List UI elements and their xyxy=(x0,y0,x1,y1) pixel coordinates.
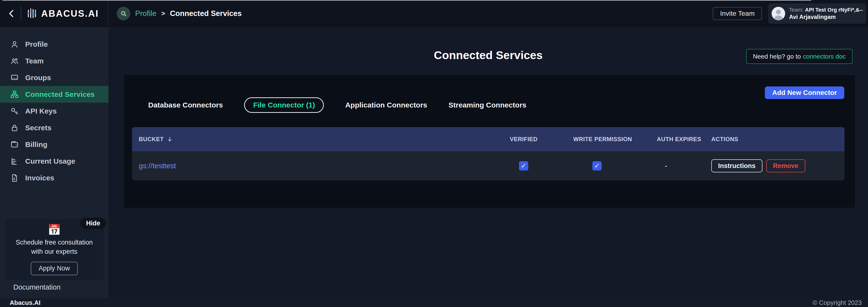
invite-team-button[interactable]: Invite Team xyxy=(713,7,762,20)
add-new-connector-button[interactable]: Add New Connector xyxy=(765,86,844,99)
sidebar-item-invoices[interactable]: $ Invoices xyxy=(0,170,108,186)
promo-text: Schedule free consultation with our expe… xyxy=(11,238,97,256)
top-edge-line xyxy=(2,0,811,1)
check-icon: ✓ xyxy=(594,162,600,170)
column-header-bucket: BUCKET xyxy=(139,136,173,143)
hide-promo-button[interactable]: Hide xyxy=(80,218,106,229)
key-icon xyxy=(10,107,19,116)
documentation-link[interactable]: Documentation xyxy=(13,283,61,291)
breadcrumb-separator: > xyxy=(161,10,165,18)
check-icon: ✓ xyxy=(521,162,527,170)
table-header: BUCKET VERIFIED WRITE PERMISSION AUTH EX… xyxy=(132,127,844,151)
search-button[interactable] xyxy=(117,7,130,20)
connectors-doc-link[interactable]: connectors doc xyxy=(803,53,846,60)
sidebar-item-label: Billing xyxy=(25,141,48,149)
consultation-promo-card: Hide 📅 Schedule free consultation with o… xyxy=(5,219,104,280)
sidebar-item-team[interactable]: Team xyxy=(0,53,108,69)
sitemap-icon xyxy=(10,90,19,99)
avatar xyxy=(772,7,785,20)
lock-icon xyxy=(10,123,19,132)
sidebar-item-label: Connected Services xyxy=(25,90,95,98)
tab-streaming-connectors[interactable]: Streaming Connectors xyxy=(448,101,527,109)
verified-checkbox[interactable]: ✓ xyxy=(519,161,528,171)
sidebar-item-label: Profile xyxy=(25,40,48,49)
person-icon xyxy=(10,40,19,49)
main-content: Connected Services Need help? go to conn… xyxy=(108,27,868,298)
sidebar-item-connected-services[interactable]: Connected Services xyxy=(0,86,108,103)
tab-database-connectors[interactable]: Database Connectors xyxy=(148,101,223,109)
footer-copyright: © Copyright 2023 xyxy=(812,299,862,307)
help-text: Need help? go to xyxy=(753,53,801,60)
help-box: Need help? go to connectors doc xyxy=(746,49,852,64)
groups-icon xyxy=(10,73,19,82)
tab-application-connectors[interactable]: Application Connectors xyxy=(345,101,427,109)
sort-descending-icon[interactable] xyxy=(166,136,173,142)
logo-section: ABACUS.AI xyxy=(0,0,108,27)
sidebar-item-profile[interactable]: Profile xyxy=(0,36,108,53)
search-icon xyxy=(120,10,127,17)
sidebar-item-api-keys[interactable]: API Keys xyxy=(0,103,108,119)
row-actions: Instructions Remove xyxy=(711,159,805,173)
top-bar: ABACUS.AI Profile > Connected Services I… xyxy=(0,0,868,27)
sidebar-item-label: Secrets xyxy=(25,124,51,132)
team-name: API Test Org rNyFi*,&-- xyxy=(805,7,863,13)
chevron-left-icon xyxy=(7,9,16,18)
usage-icon xyxy=(10,157,19,165)
user-menu[interactable]: Team: API Test Org rNyFi*,&-- Avi Arjava… xyxy=(768,3,866,24)
sidebar-item-current-usage[interactable]: Current Usage xyxy=(0,153,108,170)
remove-button[interactable]: Remove xyxy=(766,159,805,173)
bucket-cell: gs://testtest xyxy=(139,162,176,170)
column-header-actions: ACTIONS xyxy=(711,136,738,143)
instructions-button[interactable]: Instructions xyxy=(711,159,763,173)
invoice-icon: $ xyxy=(10,174,19,182)
logo-text: ABACUS.AI xyxy=(41,8,99,19)
table-row: gs://testtest ✓ ✓ - Instructions Remove xyxy=(132,151,844,180)
topbar-divider xyxy=(21,6,21,21)
column-header-write-permission: WRITE PERMISSION xyxy=(573,136,632,143)
apply-now-button[interactable]: Apply Now xyxy=(31,262,78,275)
team-label: Team: xyxy=(789,7,804,13)
auth-expires-value: - xyxy=(665,162,667,170)
tab-file-connector[interactable]: File Connector (1) xyxy=(244,97,324,113)
sidebar-item-groups[interactable]: Groups xyxy=(0,69,108,86)
team-icon xyxy=(10,57,19,65)
user-info: Team: API Test Org rNyFi*,&-- Avi Arjava… xyxy=(789,6,863,21)
sidebar-nav: Profile Team Groups Connected Services A… xyxy=(0,27,108,186)
bucket-link[interactable]: gs://testtest xyxy=(139,162,176,170)
connector-tabs: Database Connectors File Connector (1) A… xyxy=(148,97,527,113)
sidebar-item-secrets[interactable]: Secrets xyxy=(0,119,108,136)
sidebar-item-label: Team xyxy=(25,57,43,65)
breadcrumb: Profile > Connected Services xyxy=(108,7,713,20)
breadcrumb-profile-link[interactable]: Profile xyxy=(135,9,156,18)
user-name: Avi Arjavalingam xyxy=(789,13,863,21)
sidebar-item-label: Invoices xyxy=(25,174,54,182)
column-header-verified: VERIFIED xyxy=(510,136,538,143)
footer-brand: Abacus.AI xyxy=(10,299,40,307)
abacus-logo[interactable]: ABACUS.AI xyxy=(26,7,99,20)
footer-bar: Abacus.AI © Copyright 2023 xyxy=(0,298,868,307)
breadcrumb-current: Connected Services xyxy=(170,9,242,18)
back-button[interactable] xyxy=(6,8,17,19)
abacus-logo-icon xyxy=(26,7,38,20)
write-permission-checkbox[interactable]: ✓ xyxy=(592,161,601,171)
svg-text:$: $ xyxy=(13,177,15,181)
sidebar: Profile Team Groups Connected Services A… xyxy=(0,27,108,298)
column-header-auth-expires: AUTH EXPIRES xyxy=(657,136,701,143)
sidebar-item-label: Groups xyxy=(25,73,51,82)
wallet-icon xyxy=(10,140,19,149)
sidebar-item-label: Current Usage xyxy=(25,157,75,165)
connectors-panel: Add New Connector Database Connectors Fi… xyxy=(124,75,855,208)
sidebar-item-billing[interactable]: Billing xyxy=(0,136,108,153)
sidebar-item-label: API Keys xyxy=(25,107,57,115)
file-connectors-table: BUCKET VERIFIED WRITE PERMISSION AUTH EX… xyxy=(132,127,844,180)
